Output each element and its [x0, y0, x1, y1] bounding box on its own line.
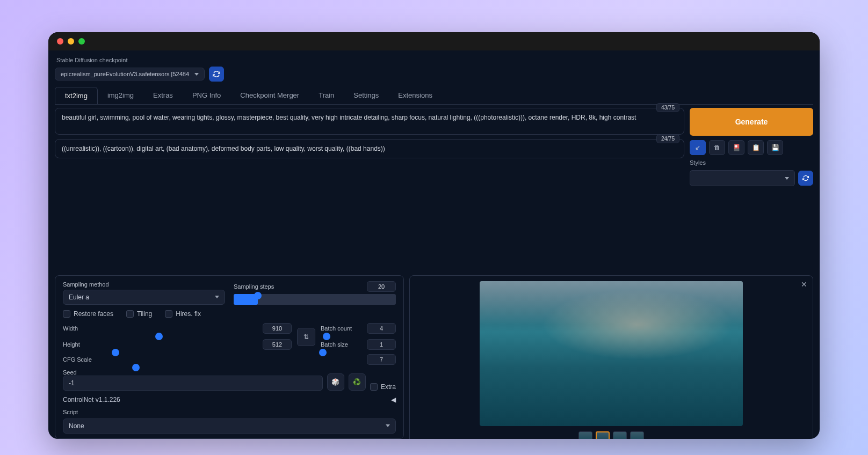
chevron-down-icon [386, 424, 390, 427]
batch-count-value[interactable]: 4 [367, 323, 396, 334]
batch-size-value[interactable]: 1 [367, 339, 396, 350]
aux-buttons-row: ↙ 🗑 🎴 📋 💾 [690, 140, 813, 155]
sampling-steps-label: Sampling steps [234, 283, 274, 290]
sampling-method-select[interactable]: Euler a [63, 290, 225, 305]
maximize-window-icon[interactable] [78, 38, 85, 45]
titlebar [48, 32, 820, 50]
expand-icon: ◀ [391, 396, 396, 403]
generate-button[interactable]: Generate [690, 108, 813, 136]
sampling-steps-value[interactable]: 20 [367, 281, 396, 292]
chevron-down-icon [194, 73, 199, 76]
tiling-checkbox[interactable]: Tiling [126, 310, 152, 318]
checkpoint-value: epicrealism_pureEvolutionV3.safetensors … [61, 71, 189, 77]
tab-extras[interactable]: Extras [143, 87, 183, 104]
height-label: Height [63, 341, 80, 348]
negative-prompt-text: ((unrealistic)), ((cartoon)), digital ar… [62, 145, 385, 152]
checkpoint-label: Stable Diffusion checkpoint [55, 57, 813, 63]
controlnet-label: ControlNet v1.1.226 [63, 396, 120, 403]
arrow-button[interactable]: ↙ [690, 140, 706, 155]
tab-checkpoint-merger[interactable]: Checkpoint Merger [230, 87, 309, 104]
seed-label: Seed [63, 369, 323, 376]
script-value: None [69, 422, 84, 430]
random-seed-button[interactable]: 🎲 [327, 373, 344, 391]
width-label: Width [63, 325, 78, 332]
save-style-button[interactable]: 💾 [767, 140, 783, 155]
output-image[interactable] [480, 281, 743, 426]
checkpoint-row: epicrealism_pureEvolutionV3.safetensors … [55, 67, 813, 82]
clipboard-button[interactable]: 📋 [748, 140, 764, 155]
prompt-column: 43/75 beautiful girl, swimming, pool of … [55, 108, 684, 271]
hires-fix-checkbox[interactable]: Hires. fix [165, 310, 201, 318]
output-gallery: ✕ [409, 275, 813, 439]
styles-select[interactable] [690, 170, 795, 186]
style-button[interactable]: 🎴 [728, 140, 744, 155]
thumbnail-row [578, 431, 644, 439]
script-select[interactable]: None [63, 419, 396, 434]
clear-prompt-button[interactable]: 🗑 [709, 140, 725, 155]
tab-txt2img[interactable]: txt2img [55, 87, 98, 104]
output-panel: ✕ 📂 Save Zip Send to img2img [409, 275, 813, 439]
close-preview-button[interactable]: ✕ [801, 280, 807, 289]
reuse-seed-button[interactable]: ♻️ [349, 373, 366, 391]
height-value[interactable]: 512 [263, 339, 292, 350]
controlnet-section[interactable]: ControlNet v1.1.226 ◀ [63, 394, 396, 406]
tab-img2img[interactable]: img2img [98, 87, 143, 104]
thumbnail[interactable] [596, 431, 610, 439]
sampling-method-value: Euler a [69, 293, 89, 301]
swap-dimensions-button[interactable]: ⇅ [297, 328, 315, 346]
refresh-styles-button[interactable] [798, 171, 813, 186]
batch-size-label: Batch size [321, 341, 348, 348]
cfg-scale-label: CFG Scale [63, 356, 92, 363]
styles-label: Styles [690, 159, 813, 166]
chevron-down-icon [785, 177, 789, 180]
app-body: Stable Diffusion checkpoint epicrealism_… [48, 50, 820, 439]
tab-png-info[interactable]: PNG Info [183, 87, 230, 104]
main-tabs: txt2img img2img Extras PNG Info Checkpoi… [55, 87, 813, 105]
thumbnail[interactable] [578, 431, 592, 439]
tab-train[interactable]: Train [309, 87, 344, 104]
positive-prompt-text: beautiful girl, swimming, pool of water,… [62, 114, 636, 121]
app-window: Stable Diffusion checkpoint epicrealism_… [48, 32, 820, 439]
positive-prompt-input[interactable]: 43/75 beautiful girl, swimming, pool of … [55, 108, 684, 135]
sampling-steps-slider[interactable] [234, 294, 396, 305]
styles-row [690, 170, 813, 186]
script-label: Script [63, 409, 396, 415]
negative-prompt-input[interactable]: 24/75 ((unrealistic)), ((cartoon)), digi… [55, 139, 684, 158]
tab-settings[interactable]: Settings [344, 87, 388, 104]
lower-row: Sampling method Euler a Sampling steps 2… [55, 275, 813, 439]
thumbnail[interactable] [613, 431, 627, 439]
extra-seed-checkbox[interactable]: Extra [370, 383, 396, 391]
sampling-method-label: Sampling method [63, 281, 225, 288]
checkpoint-select[interactable]: epicrealism_pureEvolutionV3.safetensors … [55, 68, 205, 80]
thumbnail[interactable] [630, 431, 644, 439]
tab-extensions[interactable]: Extensions [388, 87, 442, 104]
restore-faces-checkbox[interactable]: Restore faces [63, 310, 113, 318]
generate-column: Generate ↙ 🗑 🎴 📋 💾 Styles [690, 108, 813, 271]
close-window-icon[interactable] [57, 38, 63, 45]
refresh-checkpoint-button[interactable] [209, 67, 224, 82]
negative-token-count: 24/75 [656, 134, 679, 143]
batch-count-label: Batch count [321, 325, 352, 332]
seed-input[interactable]: -1 [63, 376, 323, 391]
cfg-scale-value[interactable]: 7 [367, 354, 396, 365]
checkbox-row: Restore faces Tiling Hires. fix [63, 308, 396, 320]
positive-token-count: 43/75 [656, 103, 679, 112]
prompt-generate-row: 43/75 beautiful girl, swimming, pool of … [55, 108, 813, 271]
width-value[interactable]: 910 [263, 323, 292, 334]
chevron-down-icon [215, 296, 219, 298]
settings-panel: Sampling method Euler a Sampling steps 2… [55, 275, 404, 439]
minimize-window-icon[interactable] [68, 38, 74, 45]
